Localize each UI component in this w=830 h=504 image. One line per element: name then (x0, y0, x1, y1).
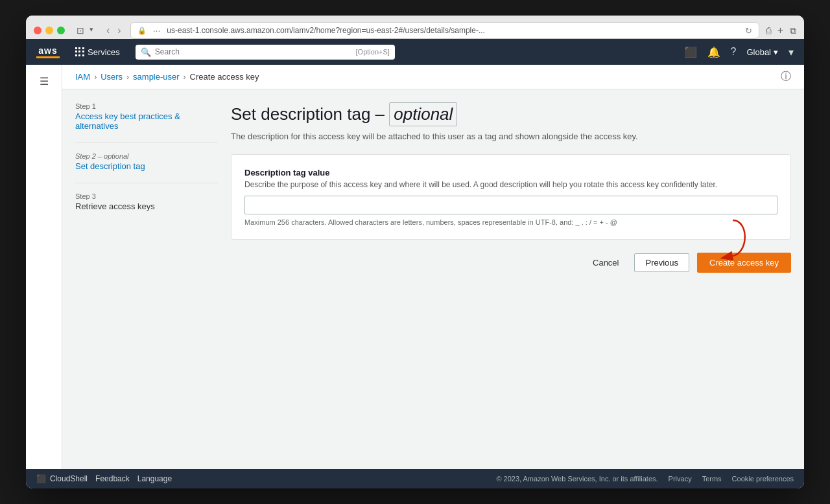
minimize-button[interactable] (45, 27, 53, 34)
field-description: Describe the purpose of this access key … (244, 180, 777, 189)
services-button[interactable]: Services (70, 45, 125, 60)
arrow-annotation (713, 217, 752, 262)
page-title-main: Set description tag – (231, 104, 389, 124)
share-icon[interactable]: ⎙ (766, 25, 771, 36)
sidebar-toggle-icon[interactable]: ⊡ (77, 25, 84, 36)
traffic-lights (34, 27, 65, 34)
breadcrumb: IAM › Users › sample-user › Create acces… (62, 65, 804, 89)
step-divider-2 (75, 183, 218, 183)
reload-icon[interactable]: ↻ (745, 26, 752, 36)
footer-copyright: © 2023, Amazon Web Services, Inc. or its… (496, 475, 658, 483)
address-bar[interactable]: 🔒 ··· us-east-1.console.aws.amazon.com/i… (130, 22, 759, 39)
grid-icon (75, 47, 84, 56)
cloudshell-label: CloudShell (50, 474, 88, 483)
address-dots: ··· (153, 25, 161, 36)
breadcrumb-sample-user[interactable]: sample-user (133, 72, 180, 82)
browser-actions: ⎙ + ⧉ (766, 25, 796, 36)
breadcrumb-current: Create access key (190, 72, 259, 82)
step-3-item: Step 3 Retrieve access keys (75, 192, 218, 211)
left-sidebar: ☰ (26, 65, 62, 469)
step-2-item: Step 2 – optional Set description tag (75, 152, 218, 171)
description-tag-input[interactable] (244, 196, 777, 214)
search-icon: 🔍 (141, 47, 151, 57)
field-label: Description tag value (244, 168, 777, 178)
page-description: The description for this access key will… (231, 132, 791, 141)
two-col-layout: Step 1 Access key best practices & alter… (62, 89, 804, 469)
cloudshell-button[interactable]: ⬛ CloudShell (36, 474, 88, 483)
aws-logo-text: aws (38, 45, 57, 56)
feedback-link[interactable]: Feedback (95, 474, 130, 483)
account-menu-button[interactable]: ▾ (788, 46, 794, 58)
search-input[interactable] (155, 47, 352, 56)
back-button[interactable]: ‹ (104, 23, 112, 38)
global-region-button[interactable]: Global ▾ (746, 47, 778, 57)
cloudshell-icon: ⬛ (36, 474, 46, 483)
page-title-optional: optional (389, 102, 457, 126)
forward-button[interactable]: › (115, 23, 123, 38)
aws-topnav: aws Services 🔍 [Option+S] ⬛ 🔔 ? (26, 39, 804, 65)
nav-controls: ‹ › (104, 23, 124, 38)
copy-icon[interactable]: ⧉ (790, 25, 796, 36)
breadcrumb-users[interactable]: Users (101, 72, 123, 82)
cloudshell-icon-top[interactable]: ⬛ (684, 46, 697, 58)
hamburger-menu[interactable]: ☰ (36, 71, 53, 91)
step-1-name[interactable]: Access key best practices & alternatives (75, 111, 218, 131)
steps-sidebar: Step 1 Access key best practices & alter… (75, 102, 218, 456)
notifications-icon[interactable]: 🔔 (707, 46, 720, 58)
main-layout: ☰ IAM › Users › sample-user › Create acc… (26, 65, 804, 469)
help-icon[interactable]: ? (731, 46, 737, 58)
cancel-button[interactable]: Cancel (585, 254, 626, 271)
step-3-label: Step 3 (75, 192, 218, 200)
search-bar[interactable]: 🔍 [Option+S] (136, 45, 395, 60)
language-link[interactable]: Language (137, 474, 172, 483)
info-icon[interactable]: ⓘ (781, 70, 791, 84)
breadcrumb-sep-1: › (94, 73, 97, 82)
nav-right: ⬛ 🔔 ? Global ▾ ▾ (684, 46, 794, 58)
breadcrumb-sep-3: › (184, 73, 186, 82)
close-button[interactable] (34, 27, 42, 34)
step-divider-1 (75, 143, 218, 143)
step-1-label: Step 1 (75, 102, 218, 110)
step-1-item: Step 1 Access key best practices & alter… (75, 102, 218, 131)
cookie-preferences-link[interactable]: Cookie preferences (732, 475, 794, 483)
description-tag-card: Description tag value Describe the purpo… (231, 154, 791, 240)
page-title: Set description tag – optional (231, 102, 791, 126)
previous-button[interactable]: Previous (634, 253, 689, 272)
footer-right: © 2023, Amazon Web Services, Inc. or its… (496, 475, 794, 483)
breadcrumb-sep-2: › (126, 73, 129, 82)
search-shortcut: [Option+S] (356, 48, 390, 56)
main-content: Set description tag – optional The descr… (231, 102, 791, 456)
breadcrumb-iam[interactable]: IAM (75, 72, 90, 82)
maximize-button[interactable] (57, 27, 65, 34)
terms-link[interactable]: Terms (702, 475, 722, 483)
window-controls: ⊡ ▾ (77, 25, 93, 36)
action-row: Cancel Previous Create access key (231, 253, 791, 273)
new-tab-icon[interactable]: + (777, 25, 783, 36)
chevron-down-icon[interactable]: ▾ (89, 25, 93, 36)
aws-logo: aws (36, 44, 60, 60)
content-area: IAM › Users › sample-user › Create acces… (62, 65, 804, 469)
field-hint: Maximum 256 characters. Allowed characte… (244, 218, 777, 226)
footer: ⬛ CloudShell Feedback Language © 2023, A… (26, 469, 804, 488)
step-3-name: Retrieve access keys (75, 201, 218, 211)
url-text: us-east-1.console.aws.amazon.com/iamv2/h… (167, 26, 741, 35)
security-icon: 🔒 (137, 27, 147, 35)
aws-logo-underline (36, 56, 60, 58)
footer-left: ⬛ CloudShell Feedback Language (36, 474, 172, 483)
privacy-link[interactable]: Privacy (669, 475, 692, 483)
page-title-italic: optional (394, 104, 453, 124)
step-2-label: Step 2 – optional (75, 152, 218, 160)
step-2-name[interactable]: Set description tag (75, 161, 218, 171)
